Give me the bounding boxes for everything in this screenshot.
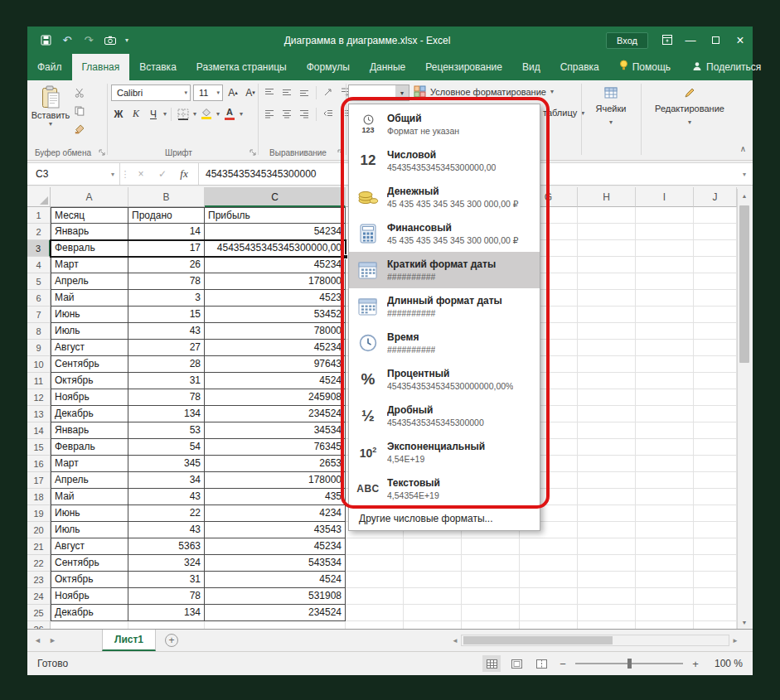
zoom-in-button[interactable]: + [690,658,701,670]
zoom-level[interactable]: 100 % [708,658,743,669]
cell-C24[interactable]: 531908 [205,588,346,605]
cell-J26[interactable] [694,621,737,629]
format-option-1[interactable]: 123ОбщийФормат не указан [349,106,540,142]
cell-C26[interactable] [205,621,346,629]
cell-C13[interactable]: 234524 [205,406,346,422]
cell-H4[interactable] [578,257,636,273]
format-option-7[interactable]: Время########## [349,325,540,361]
cell-B11[interactable]: 31 [128,373,205,389]
cell-A19[interactable]: Июнь [51,505,128,522]
page-break-view-button[interactable] [532,655,550,672]
cut-button[interactable] [72,85,87,99]
cell-F23[interactable] [462,572,520,588]
cell-J12[interactable] [694,389,737,406]
cell-I21[interactable] [636,538,694,555]
cell-F26[interactable] [462,621,520,629]
cell-J25[interactable] [694,605,737,621]
row-header-21[interactable]: 21 [27,538,51,555]
cell-A5[interactable]: Апрель [51,273,128,290]
cell-I11[interactable] [636,373,694,389]
align-center-button[interactable] [279,107,294,121]
cell-H7[interactable] [578,307,636,323]
cell-A24[interactable]: Ноябрь [51,588,128,605]
tab-data[interactable]: Данные [360,54,415,80]
font-dialog-launcher-icon[interactable] [250,148,256,157]
row-header-3[interactable]: 3 [27,240,51,257]
cells-menu-button[interactable]: Ячейки ▾ [581,87,641,126]
increase-font-size-button[interactable]: А▴ [225,86,240,100]
formula-bar-expand-icon[interactable]: ▾ [736,171,753,178]
cell-H20[interactable] [578,522,636,538]
ribbon-display-options-icon[interactable] [656,33,678,48]
cell-H13[interactable] [578,406,636,422]
fill-color-button[interactable] [199,107,214,121]
row-header-23[interactable]: 23 [27,572,51,588]
format-as-table-button[interactable]: таблицу ▾ [543,108,584,118]
tab-file[interactable]: Файл [27,54,72,80]
cell-D23[interactable] [346,572,404,588]
align-middle-button[interactable] [279,85,294,99]
cell-B6[interactable]: 3 [128,290,205,307]
cell-J20[interactable] [694,522,737,538]
cell-B9[interactable]: 27 [128,340,205,356]
cell-C23[interactable]: 4524 [205,572,346,588]
cell-J18[interactable] [694,489,737,505]
cell-C22[interactable]: 543534 [205,555,346,572]
cell-B2[interactable]: 14 [128,224,205,240]
cell-I10[interactable] [636,356,694,373]
cell-J13[interactable] [694,406,737,422]
column-header-B[interactable]: B [128,187,205,207]
row-header-12[interactable]: 12 [27,389,51,406]
row-header-4[interactable]: 4 [27,257,51,273]
cell-J8[interactable] [694,323,737,340]
cell-H11[interactable] [578,373,636,389]
cell-J2[interactable] [694,224,737,240]
cell-H1[interactable] [578,207,636,224]
cell-I6[interactable] [636,290,694,307]
cell-B8[interactable]: 43 [128,323,205,340]
insert-function-button[interactable]: fx [173,167,195,181]
align-left-button[interactable] [262,107,277,121]
cell-G25[interactable] [520,605,578,621]
cell-C11[interactable]: 4524 [205,373,346,389]
cell-A7[interactable]: Июнь [51,307,128,323]
cell-F24[interactable] [462,588,520,605]
cell-H26[interactable] [578,621,636,629]
cell-J11[interactable] [694,373,737,389]
align-right-button[interactable] [297,107,312,121]
cell-A12[interactable]: Ноябрь [51,389,128,406]
horizontal-scroll-thumb[interactable] [463,636,613,644]
cell-A23[interactable]: Октябрь [51,572,128,588]
align-top-button[interactable] [262,85,277,99]
cell-B13[interactable]: 134 [128,406,205,422]
cell-D26[interactable] [346,621,404,629]
row-header-20[interactable]: 20 [27,522,51,538]
cell-H8[interactable] [578,323,636,340]
cell-B25[interactable]: 134 [128,605,205,621]
cell-A20[interactable]: Июль [51,522,128,538]
decrease-indent-button[interactable] [321,107,336,121]
cell-I26[interactable] [636,621,694,629]
cell-B17[interactable]: 34 [128,472,205,489]
cell-I18[interactable] [636,489,694,505]
cell-I9[interactable] [636,340,694,356]
row-header-16[interactable]: 16 [27,456,51,472]
row-header-22[interactable]: 22 [27,555,51,572]
format-option-2[interactable]: 12Числовой45435435345345300000,00 [349,142,540,179]
page-layout-view-button[interactable] [507,655,526,672]
cell-G22[interactable] [520,555,578,572]
cell-H14[interactable] [578,422,636,439]
cell-B24[interactable]: 78 [128,588,205,605]
tab-page-layout[interactable]: Разметка страницы [187,54,297,80]
cell-G26[interactable] [520,621,578,629]
cell-J9[interactable] [694,340,737,356]
cell-E24[interactable] [404,588,462,605]
close-button[interactable]: × [728,27,753,54]
cell-I4[interactable] [636,257,694,273]
cell-E22[interactable] [404,555,462,572]
zoom-out-button[interactable]: − [557,658,569,670]
format-painter-button[interactable] [72,122,87,136]
cell-H21[interactable] [578,538,636,555]
format-option-9[interactable]: ½Дробный45435435345345300000 [349,398,540,434]
cell-G24[interactable] [520,588,578,605]
